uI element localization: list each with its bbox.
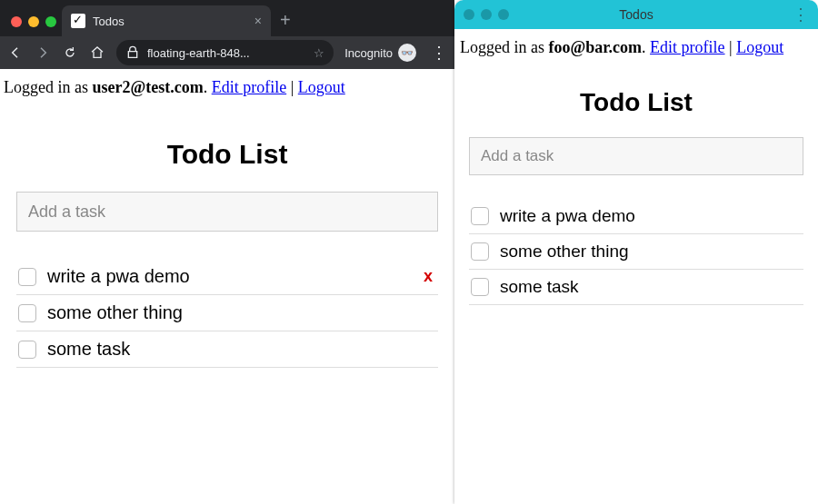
login-sep: |	[286, 78, 298, 96]
pwa-window: Todos ⋮ Logged in as foo@bar.com. Edit p…	[454, 0, 818, 504]
pwa-titlebar: Todos ⋮	[454, 0, 818, 29]
todo-app-left: Todo List write a pwa demoxsome other th…	[4, 97, 451, 368]
maximize-window-icon[interactable]	[45, 16, 56, 27]
task-label: some task	[47, 339, 436, 360]
edit-profile-link[interactable]: Edit profile	[212, 78, 286, 96]
login-status: Logged in as foo@bar.com. Edit profile |…	[460, 38, 813, 57]
tab-title: Todos	[93, 15, 247, 28]
task-label: some task	[500, 277, 802, 297]
task-checkbox[interactable]	[471, 207, 489, 225]
forward-button[interactable]	[35, 44, 51, 61]
task-row: some task	[469, 270, 803, 305]
tab-strip: Todos × +	[0, 0, 454, 36]
favicon-icon	[71, 14, 85, 28]
task-checkbox[interactable]	[18, 268, 36, 286]
task-checkbox[interactable]	[18, 304, 36, 322]
browser-menu-button[interactable]: ⋮	[427, 43, 447, 63]
window-controls[interactable]	[7, 16, 62, 36]
login-dot: .	[642, 38, 650, 56]
pwa-title: Todos	[454, 7, 818, 22]
add-task-input[interactable]	[16, 192, 438, 232]
login-status: Logged in as user2@test.com. Edit profil…	[4, 78, 451, 97]
todo-app-right: Todo List write a pwa demosome other thi…	[460, 57, 813, 305]
browser-tab[interactable]: Todos ×	[62, 5, 271, 36]
task-label: write a pwa demo	[47, 266, 413, 287]
incognito-label: Incognito	[344, 46, 393, 60]
lock-icon	[125, 45, 140, 60]
task-label: some other thing	[47, 302, 436, 323]
incognito-indicator: Incognito 👓	[344, 44, 416, 62]
login-sep: |	[725, 38, 737, 56]
add-task-input[interactable]	[469, 137, 803, 175]
incognito-icon: 👓	[398, 44, 416, 62]
logout-link[interactable]: Logout	[736, 38, 783, 56]
edit-profile-link[interactable]: Edit profile	[650, 38, 724, 56]
url-text: floating-earth-848...	[147, 46, 306, 60]
pwa-menu-button[interactable]: ⋮	[793, 5, 809, 25]
login-prefix: Logged in as	[4, 78, 92, 96]
task-row: some task	[16, 331, 438, 368]
back-button[interactable]	[7, 44, 24, 61]
task-checkbox[interactable]	[471, 242, 489, 261]
login-email: foo@bar.com	[548, 38, 642, 56]
address-bar[interactable]: floating-earth-848... ☆	[116, 40, 334, 65]
login-email: user2@test.com	[92, 78, 203, 96]
login-dot: .	[204, 78, 212, 96]
minimize-window-icon[interactable]	[28, 16, 39, 27]
task-row: write a pwa demo	[469, 199, 803, 234]
task-list-left: write a pwa demoxsome other thingsome ta…	[16, 259, 438, 368]
delete-task-button[interactable]: x	[424, 267, 436, 286]
task-row: write a pwa demox	[16, 259, 438, 295]
reload-button[interactable]	[62, 44, 78, 61]
browser-toolbar: floating-earth-848... ☆ Incognito 👓 ⋮	[0, 36, 454, 69]
home-button[interactable]	[89, 44, 105, 61]
task-row: some other thing	[469, 234, 803, 270]
task-row: some other thing	[16, 295, 438, 331]
task-checkbox[interactable]	[471, 278, 489, 296]
page-content-left: Logged in as user2@test.com. Edit profil…	[0, 69, 454, 504]
login-prefix: Logged in as	[460, 38, 548, 56]
star-icon[interactable]: ☆	[314, 46, 324, 60]
page-title: Todo List	[16, 139, 438, 170]
page-content-right: Logged in as foo@bar.com. Edit profile |…	[454, 29, 818, 504]
close-window-icon[interactable]	[11, 16, 22, 27]
task-checkbox[interactable]	[18, 341, 36, 359]
logout-link[interactable]: Logout	[298, 78, 345, 96]
chrome-window: Todos × + flo	[0, 0, 454, 504]
close-tab-icon[interactable]: ×	[254, 14, 262, 28]
task-list-right: write a pwa demosome other thingsome tas…	[469, 199, 803, 305]
chrome-top: Todos × + flo	[0, 0, 454, 69]
new-tab-button[interactable]: +	[271, 10, 300, 36]
task-label: some other thing	[500, 242, 802, 262]
task-label: write a pwa demo	[500, 206, 802, 226]
page-title: Todo List	[469, 88, 803, 117]
